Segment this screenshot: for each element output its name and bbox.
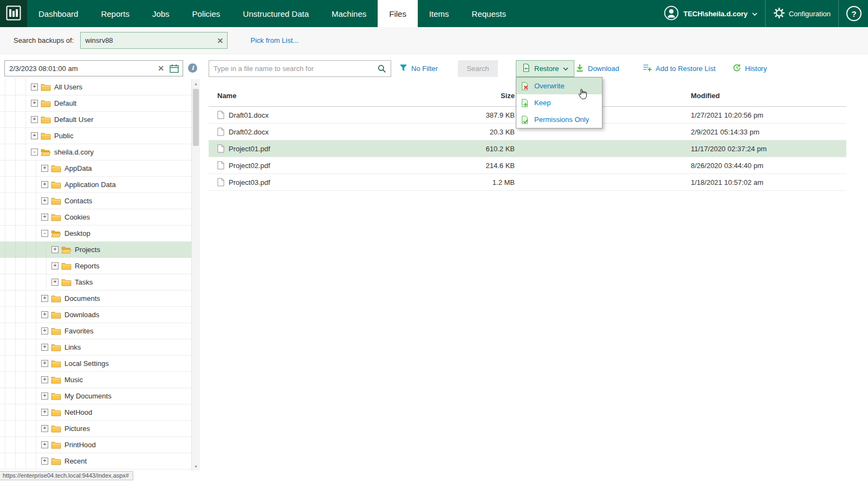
expand-icon[interactable]: +	[41, 214, 48, 221]
tree-item-public[interactable]: +Public	[0, 128, 191, 144]
scroll-up-icon[interactable]: ▲	[192, 79, 200, 88]
tree-item-cookies[interactable]: +Cookies	[0, 209, 191, 226]
tree-item-all-users[interactable]: +All Users	[0, 79, 191, 95]
pick-from-list-link[interactable]: Pick from List...	[250, 36, 299, 44]
column-header-name[interactable]: Name	[209, 92, 450, 100]
tree-item-downloads[interactable]: +Downloads	[0, 307, 191, 323]
tree-guide-line	[21, 372, 31, 388]
tree-item-local-settings[interactable]: +Local Settings	[0, 356, 191, 372]
table-row-project03-pdf[interactable]: Project03.pdf1.2 MB1/18/2021 10:57:02 am	[209, 174, 846, 191]
expand-icon[interactable]: +	[41, 327, 48, 334]
add-to-restore-list-button[interactable]: Add to Restore List	[643, 60, 716, 77]
expand-icon[interactable]: +	[41, 425, 48, 432]
tree-item-pictures[interactable]: +Pictures	[0, 421, 191, 437]
menu-item-overwrite[interactable]: Overwrite	[516, 78, 602, 94]
search-button[interactable]: Search	[458, 60, 498, 77]
nav-item-dashboard[interactable]: Dashboard	[27, 0, 89, 27]
expand-icon[interactable]: +	[41, 165, 48, 172]
tree-guide-line	[21, 291, 31, 306]
scroll-down-icon[interactable]: ▼	[192, 462, 200, 471]
collapse-icon[interactable]: -	[41, 230, 48, 237]
nav-item-machines[interactable]: Machines	[320, 0, 378, 27]
tree-scrollbar[interactable]: ▲ ▼	[191, 79, 200, 471]
table-row-project02-pdf[interactable]: Project02.pdf214.6 KB8/26/2020 03:44:40 …	[209, 157, 846, 174]
nav-item-jobs[interactable]: Jobs	[141, 0, 181, 27]
nav-item-reports[interactable]: Reports	[89, 0, 141, 27]
folder-icon	[51, 359, 61, 368]
search-icon	[373, 65, 391, 73]
user-menu[interactable]: TECH\sheila.d.cory	[664, 5, 757, 22]
menu-item-keep[interactable]: Keep	[516, 94, 602, 111]
tree-item-sheila-d-cory[interactable]: -sheila.d.cory	[0, 144, 191, 160]
tree-guide-line	[31, 404, 41, 420]
restore-point-input[interactable]	[5, 65, 153, 73]
tree-item-nethood[interactable]: +NetHood	[0, 404, 191, 421]
tree-item-favorites[interactable]: +Favorites	[0, 323, 191, 339]
tree-item-my-documents[interactable]: +My Documents	[0, 388, 191, 404]
column-header-modified[interactable]: Modified	[691, 92, 846, 100]
file-icon	[217, 161, 224, 170]
expand-icon[interactable]: +	[41, 295, 48, 302]
info-icon[interactable]: i	[188, 63, 197, 73]
tree-item-documents[interactable]: +Documents	[0, 291, 191, 307]
backup-search-input[interactable]	[81, 36, 213, 44]
expand-icon[interactable]: +	[51, 262, 59, 269]
clear-backup-search-icon[interactable]: ✕	[213, 36, 227, 45]
expand-icon[interactable]: +	[31, 132, 38, 139]
scrollbar-thumb[interactable]	[193, 89, 199, 146]
expand-icon[interactable]: +	[31, 116, 38, 123]
tree-item-music[interactable]: +Music	[0, 372, 191, 388]
tree-item-printhood[interactable]: +PrintHood	[0, 437, 191, 453]
calendar-icon[interactable]	[169, 64, 183, 73]
nav-item-requests[interactable]: Requests	[461, 0, 517, 27]
tree-item-appdata[interactable]: +AppData	[0, 160, 191, 177]
expand-icon[interactable]: +	[51, 279, 59, 286]
expand-icon[interactable]: +	[41, 181, 48, 188]
nav-item-policies[interactable]: Policies	[181, 0, 232, 27]
expand-icon[interactable]: +	[41, 458, 48, 465]
file-size: 387.9 KB	[450, 111, 515, 119]
tree-item-application-data[interactable]: +Application Data	[0, 177, 191, 193]
app-logo[interactable]	[0, 0, 27, 27]
history-button[interactable]: History	[733, 60, 767, 77]
menu-item-permissions-only[interactable]: Permissions Only	[516, 111, 602, 128]
tree-item-default-user[interactable]: +Default User	[0, 112, 191, 128]
expand-icon[interactable]: +	[31, 83, 38, 91]
nav-item-files[interactable]: Files	[378, 0, 418, 27]
expand-icon[interactable]: +	[41, 441, 48, 448]
download-button[interactable]: Download	[575, 60, 619, 77]
tree-item-recent[interactable]: +Recent	[0, 453, 191, 469]
collapse-icon[interactable]: -	[31, 149, 38, 156]
column-header-size[interactable]: Size	[450, 92, 515, 100]
tree-item-label: sheila.d.cory	[54, 148, 94, 156]
expand-icon[interactable]: +	[51, 246, 59, 253]
help-button[interactable]: ?	[846, 6, 861, 21]
tree-item-tasks[interactable]: +Tasks	[0, 274, 191, 291]
file-search-input[interactable]	[209, 65, 373, 73]
expand-icon[interactable]: +	[41, 344, 48, 351]
expand-icon[interactable]: +	[41, 376, 48, 383]
backup-search-label: Search backups of:	[14, 36, 74, 44]
expand-icon[interactable]: +	[41, 393, 48, 400]
filter-button[interactable]: No Filter	[399, 60, 438, 77]
nav-item-items[interactable]: Items	[418, 0, 461, 27]
tree-item-links[interactable]: +Links	[0, 339, 191, 356]
tree-item-contacts[interactable]: +Contacts	[0, 193, 191, 209]
tree-item-default[interactable]: +Default	[0, 95, 191, 112]
clear-date-icon[interactable]: ✕	[153, 64, 169, 73]
expand-icon[interactable]: +	[31, 100, 38, 107]
tree-item-desktop[interactable]: -Desktop	[0, 226, 191, 242]
restore-button[interactable]: Restore	[516, 60, 574, 77]
tree-guide-line	[0, 242, 10, 258]
expand-icon[interactable]: +	[41, 409, 48, 416]
tree-guide-line	[31, 307, 41, 323]
nav-item-unstructured-data[interactable]: Unstructured Data	[231, 0, 320, 27]
configuration-button[interactable]: Configuration	[773, 7, 831, 21]
table-row-project01-pdf[interactable]: Project01.pdf610.2 KB11/17/2020 02:37:24…	[209, 140, 846, 157]
expand-icon[interactable]: +	[41, 360, 48, 367]
tree-item-projects[interactable]: +Projects	[0, 242, 191, 258]
expand-icon[interactable]: +	[41, 311, 48, 318]
configuration-label: Configuration	[789, 10, 831, 18]
tree-item-reports[interactable]: +Reports	[0, 258, 191, 274]
expand-icon[interactable]: +	[41, 197, 48, 204]
